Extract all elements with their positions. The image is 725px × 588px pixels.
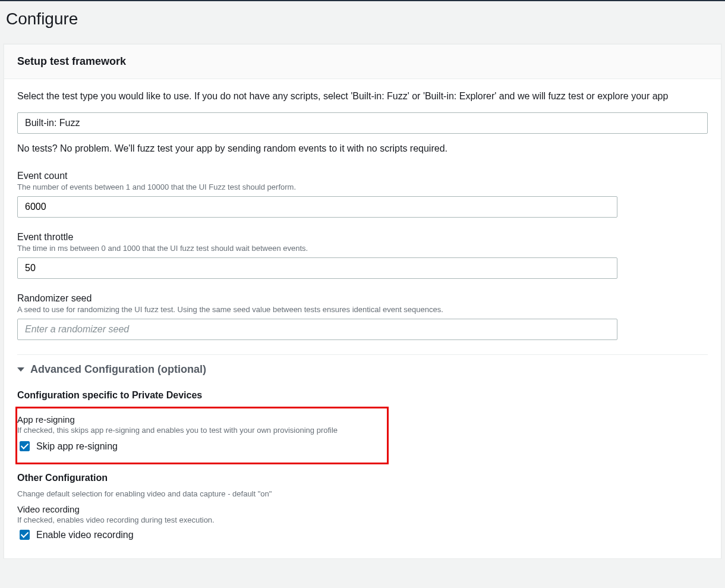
randomizer-seed-desc: A seed to use for randomizing the UI fuz… — [17, 305, 617, 314]
event-throttle-label: Event throttle — [17, 232, 617, 243]
event-count-desc: The number of events between 1 and 10000… — [17, 183, 617, 191]
skip-resigning-checkbox-label: Skip app re-signing — [36, 441, 118, 452]
panel-body: Select the test type you would like to u… — [4, 79, 721, 558]
app-resigning-desc: If checked, this skips app re-signing an… — [17, 426, 387, 435]
page-title: Configure — [0, 1, 725, 40]
event-throttle-desc: The time in ms between 0 and 1000 that t… — [17, 244, 617, 253]
advanced-config-title: Advanced Configuration (optional) — [30, 363, 206, 376]
event-count-group: Event count The number of events between… — [17, 171, 617, 218]
randomizer-seed-input[interactable] — [17, 319, 617, 340]
private-devices-heading: Configuration specific to Private Device… — [17, 390, 708, 401]
skip-resigning-row: Skip app re-signing — [17, 439, 387, 453]
video-recording-label: Video recording — [17, 504, 708, 514]
video-recording-checkbox-label: Enable video recording — [36, 530, 134, 540]
other-config-section: Other Configuration Change default selec… — [17, 473, 708, 542]
test-type-hint: No tests? No problem. We'll fuzz test yo… — [17, 143, 708, 154]
other-config-desc: Change default selection for enabling vi… — [17, 489, 708, 498]
video-recording-row: Enable video recording — [17, 528, 708, 542]
event-throttle-input[interactable] — [17, 257, 617, 279]
randomizer-seed-group: Randomizer seed A seed to use for random… — [17, 293, 617, 340]
event-count-input[interactable] — [17, 196, 617, 218]
video-recording-desc: If checked, enables video recording duri… — [17, 515, 708, 524]
event-throttle-group: Event throttle The time in ms between 0 … — [17, 232, 617, 279]
app-resigning-highlight: App re-signing If checked, this skips ap… — [15, 407, 389, 464]
app-resigning-label: App re-signing — [17, 414, 387, 425]
skip-resigning-checkbox[interactable] — [20, 441, 30, 451]
event-count-label: Event count — [17, 171, 617, 181]
panel-header: Setup test framework — [4, 45, 721, 79]
video-recording-checkbox[interactable] — [20, 530, 30, 540]
test-type-intro: Select the test type you would like to u… — [17, 91, 708, 102]
caret-down-icon — [17, 367, 24, 372]
test-type-select[interactable]: Built-in: Fuzz — [17, 112, 708, 134]
test-type-selected: Built-in: Fuzz — [25, 118, 80, 128]
randomizer-seed-label: Randomizer seed — [17, 293, 617, 304]
other-config-heading: Other Configuration — [17, 473, 708, 483]
setup-panel: Setup test framework Select the test typ… — [4, 44, 721, 559]
advanced-config-toggle[interactable]: Advanced Configuration (optional) — [17, 354, 708, 382]
